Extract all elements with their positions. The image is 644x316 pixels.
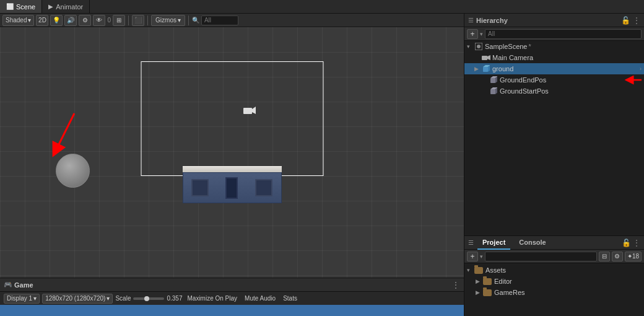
hierarchy-add-button[interactable]: + (467, 29, 478, 39)
2d-label: 2D (38, 17, 46, 24)
hierarchy-header: ☰ Hierarchy 🔓 ⋮ (464, 14, 644, 27)
scale-slider-thumb[interactable] (144, 296, 149, 301)
project-search[interactable] (485, 252, 597, 261)
fx-button[interactable]: ⚙ (79, 15, 91, 26)
mute-audio-button[interactable]: Mute Audio (242, 295, 278, 302)
project-header: ☰ Project Console 🔓 ⋮ (464, 236, 644, 250)
project-gameres-item[interactable]: ▶ GameRes (464, 287, 644, 298)
red-arrow-hier (624, 74, 643, 86)
2d-button[interactable]: 2D (36, 15, 48, 26)
maximize-button[interactable]: Maximize On Play (185, 295, 240, 302)
settings-icon: ⚙ (614, 253, 620, 260)
svg-line-3 (56, 113, 74, 151)
scene-viewport[interactable] (0, 27, 464, 278)
overlay-count: 0 (107, 17, 111, 24)
visibility-button[interactable]: 👁 (93, 15, 105, 26)
scene-view-btn[interactable]: ⬛ (132, 15, 144, 26)
project-toolbar: + ▾ ⊟ ⚙ ✦ 18 (464, 250, 644, 263)
divider3 (188, 15, 189, 25)
light-button[interactable]: 💡 (50, 15, 63, 26)
light-icon: 💡 (53, 17, 60, 24)
eye-icon: 👁 (96, 17, 102, 24)
gameres-arrow: ▶ (476, 289, 483, 296)
display-chevron: ▾ (33, 295, 37, 302)
fx-icon: ⚙ (82, 17, 88, 24)
tree-item-ground-start-pos[interactable]: GroundStartPos (464, 86, 644, 97)
shading-chevron: ▾ (28, 17, 31, 24)
console-tab-label: Console (519, 239, 546, 246)
scene-area: Shaded ▾ 2D 💡 🔊 ⚙ 👁 0 ⊞ (0, 14, 464, 316)
resolution-dropdown[interactable]: 1280x720 (1280x720) ▾ (42, 294, 113, 304)
hierarchy-panel-icon: ☰ (468, 17, 474, 24)
game-bar: 🎮 Game ⋮ (0, 278, 464, 291)
shading-dropdown[interactable]: Shaded ▾ (2, 15, 34, 26)
game-label: Game (14, 281, 33, 289)
tab-console[interactable]: Console (514, 236, 550, 250)
editor-label: Editor (494, 278, 512, 285)
ground-object (183, 166, 282, 203)
tree-item-ground-end-pos[interactable]: GroundEndPos (464, 74, 644, 86)
ground-cube-icon (482, 64, 490, 73)
scene-icon (474, 42, 483, 51)
tab-scene[interactable]: ⬜ Scene (0, 0, 42, 13)
project-filter-button[interactable]: ⊟ (599, 252, 610, 261)
gizmos-dropdown[interactable]: Gizmos ▾ (151, 15, 185, 26)
circle-object (56, 154, 90, 188)
badge-count: 18 (632, 253, 639, 260)
project-more-button[interactable]: ⋮ (633, 239, 640, 247)
gep-label: GroundEndPos (500, 76, 642, 84)
camera-viewport-icon (243, 107, 256, 116)
editor-arrow: ▶ (476, 278, 483, 284)
gsp-cube-icon (489, 87, 498, 95)
grid-button[interactable]: ⊞ (113, 15, 125, 26)
scene-view-icon: ⬛ (134, 17, 142, 24)
blue-bottom-bar (0, 305, 464, 316)
tree-item-ground[interactable]: ▶ ground › (464, 63, 644, 74)
platform-body (183, 172, 282, 203)
project-tree: ▾ Assets ▶ Editor ▶ GameRes (464, 263, 644, 316)
tab-animator[interactable]: ▶ Animator (42, 0, 90, 13)
proj-add-chevron: ▾ (480, 253, 483, 260)
camera-icon (482, 53, 490, 62)
project-assets-item[interactable]: ▾ Assets (464, 265, 644, 276)
scale-control: Scale 0.357 (115, 295, 182, 302)
ground-expand-right: › (640, 66, 642, 72)
scene-search[interactable] (201, 15, 238, 25)
grid-icon: ⊞ (116, 17, 121, 24)
selection-box (141, 61, 323, 176)
audio-toggle[interactable]: 🔊 (64, 15, 77, 26)
game-icon: 🎮 (4, 281, 12, 289)
project-settings-button[interactable]: ⚙ (612, 252, 623, 261)
animator-tab-label: Animator (56, 3, 83, 11)
project-add-button[interactable]: + (467, 252, 478, 261)
main-layout: Shaded ▾ 2D 💡 🔊 ⚙ 👁 0 ⊞ (0, 14, 644, 316)
assets-label: Assets (485, 266, 506, 274)
hierarchy-search[interactable] (485, 29, 642, 39)
scale-slider-track[interactable] (133, 297, 164, 300)
top-tab-bar: ⬜ Scene ▶ Animator (0, 0, 644, 14)
badge-prefix: ✦ (627, 253, 632, 260)
hierarchy-title: Hierarchy (476, 17, 619, 24)
hierarchy-more-button[interactable]: ⋮ (633, 16, 640, 25)
project-editor-item[interactable]: ▶ Editor (464, 276, 644, 287)
hierarchy-lock-button[interactable]: 🔓 (621, 16, 630, 25)
tab-project[interactable]: Project (477, 236, 510, 250)
tree-item-sample-scene[interactable]: ▾ SampleScene* (464, 41, 644, 52)
platform-door (225, 177, 238, 199)
gizmos-chevron: ▾ (178, 17, 181, 24)
display-dropdown[interactable]: Display 1 ▾ (4, 294, 40, 304)
display-bar: Display 1 ▾ 1280x720 (1280x720) ▾ Scale … (0, 291, 464, 305)
resolution-chevron: ▾ (107, 295, 110, 302)
stats-button[interactable]: Stats (281, 295, 300, 302)
tree-item-main-camera[interactable]: Main Camera (464, 52, 644, 63)
project-lock-button[interactable]: 🔓 (622, 239, 631, 247)
svg-marker-7 (487, 55, 490, 60)
game-options-button[interactable]: ⋮ (451, 280, 460, 290)
gameres-label: GameRes (494, 289, 525, 296)
project-area: ☰ Project Console 🔓 ⋮ + ▾ ⊟ (464, 235, 644, 316)
scene-toolbar: Shaded ▾ 2D 💡 🔊 ⚙ 👁 0 ⊞ (0, 14, 464, 27)
ground-label: ground (492, 65, 640, 72)
gameres-folder-icon (483, 289, 492, 296)
editor-folder-icon (483, 278, 492, 285)
assets-folder-icon (474, 267, 483, 274)
